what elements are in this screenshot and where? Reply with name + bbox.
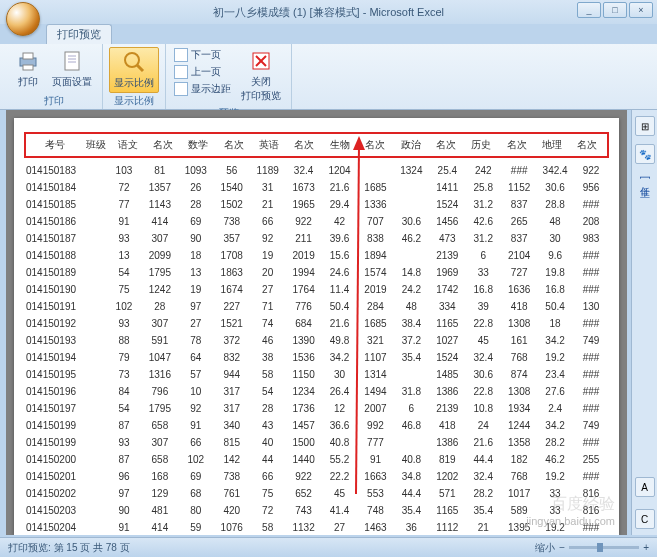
table-row: 01415018472135726154031167321.6168514112…	[24, 179, 609, 196]
table-row: 01415019075124219167427176411.4201924.21…	[24, 281, 609, 298]
zoom-in-button[interactable]: +	[643, 542, 649, 553]
margins-icon	[174, 82, 188, 96]
side-panel: ⊞ 🐾 [主任 A C	[631, 110, 657, 535]
table-row: 0141501947910476483238153634.2110735.415…	[24, 349, 609, 366]
show-margins-button[interactable]: 显示边距	[172, 81, 233, 97]
table-row: 01415018954179513186320199424.6157414.81…	[24, 264, 609, 281]
svg-rect-2	[23, 65, 33, 70]
svg-rect-3	[65, 52, 79, 70]
table-row: 014150196847961031754123426.4149431.8138…	[24, 383, 609, 400]
arrow-up-icon	[174, 65, 188, 79]
col-header: 名次	[428, 138, 463, 152]
zoom-out-button[interactable]: −	[559, 542, 565, 553]
restore-panel-button[interactable]: ⊞	[635, 116, 655, 136]
col-header: 名次	[499, 138, 534, 152]
statusbar: 打印预览: 第 15 页 共 78 页 缩小 − +	[0, 537, 657, 557]
col-header: 数学	[181, 138, 216, 152]
group-preview: 下一页 上一页 显示边距 关闭 打印预览 预览	[166, 44, 292, 109]
svg-rect-1	[23, 53, 33, 59]
col-header: 生物	[322, 138, 357, 152]
col-header: 名次	[287, 138, 322, 152]
watermark-text: jingyan.baidu.com	[526, 515, 615, 527]
maximize-button[interactable]: □	[603, 2, 627, 18]
table-row: 0141501869141469738669224270730.6145642.…	[24, 213, 609, 230]
zoom-button[interactable]: 显示比例	[109, 47, 159, 93]
office-button[interactable]	[6, 2, 40, 36]
col-header: 语文	[110, 138, 145, 152]
page-preview: 考号班级语文名次数学名次英语名次生物名次政治名次历史名次地理名次 0141501…	[14, 118, 619, 535]
ribbon: 打印 页面设置 打印 显示比例 显示比例 下一页 上一页 显示边距	[0, 44, 657, 110]
table-row: 014150199933076681540150040.8777138621.6…	[24, 434, 609, 451]
table-row: 014150199876589134043145736.699246.84182…	[24, 417, 609, 434]
zoom-slider[interactable]	[569, 546, 639, 549]
close-button[interactable]: ×	[629, 2, 653, 18]
status-page-info: 打印预览: 第 15 页 共 78 页	[8, 541, 130, 555]
arrow-down-icon	[174, 48, 188, 62]
table-row: 014150193885917837246139049.832137.21027…	[24, 332, 609, 349]
col-header: 班级	[82, 138, 110, 152]
preview-workspace[interactable]: 考号班级语文名次数学名次英语名次生物名次政治名次历史名次地理名次 0141501…	[6, 110, 627, 535]
table-row: 01415019573131657944581150301314148530.6…	[24, 366, 609, 383]
close-preview-button[interactable]: 关闭 打印预览	[237, 47, 285, 105]
titlebar: 初一八乡模成绩 (1) [兼容模式] - Microsoft Excel _ □…	[0, 0, 657, 24]
group-zoom: 显示比例 显示比例	[103, 44, 166, 109]
panel-icon-1[interactable]: 🐾	[635, 144, 655, 164]
table-row: 01415018793307903579221139.683846.247331…	[24, 230, 609, 247]
magnifier-icon	[122, 50, 146, 74]
table-row: 0141502008765810214244144055.29140.88194…	[24, 451, 609, 468]
ribbon-tabs: 打印预览	[0, 24, 657, 44]
table-row: 01415018813209918170819201915.6189421396…	[24, 247, 609, 264]
table-row: 0141502049141459107658113227146336111221…	[24, 519, 609, 535]
col-header: 考号	[28, 138, 82, 152]
col-header: 地理	[534, 138, 569, 152]
printer-icon	[16, 49, 40, 73]
table-row: 014150192933072715217468421.6168538.4116…	[24, 315, 609, 332]
table-row: 01415020390481804207274341.474835.411653…	[24, 502, 609, 519]
minimize-button[interactable]: _	[577, 2, 601, 18]
table-row: 01415018577114328150221196529.4133615243…	[24, 196, 609, 213]
table-row: 01415020196168697386692222.2166334.81202…	[24, 468, 609, 485]
page-setup-icon	[60, 49, 84, 73]
tab-print-preview[interactable]: 打印预览	[46, 24, 112, 44]
next-page-button[interactable]: 下一页	[172, 47, 233, 63]
table-row: 01415018310381109356118932.41204132425.4…	[24, 162, 609, 179]
panel-a-button[interactable]: A	[635, 477, 655, 497]
svg-point-7	[125, 53, 139, 67]
prev-page-button[interactable]: 上一页	[172, 64, 233, 80]
svg-line-8	[137, 65, 143, 71]
col-header: 英语	[251, 138, 286, 152]
group-print: 打印 页面设置 打印	[6, 44, 103, 109]
col-header: 名次	[145, 138, 180, 152]
status-mode: 缩小	[535, 541, 555, 555]
page-setup-button[interactable]: 页面设置	[48, 47, 96, 91]
col-header: 名次	[570, 138, 605, 152]
panel-c-button[interactable]: C	[635, 509, 655, 529]
sidebar-link[interactable]: [主任	[638, 176, 652, 179]
table-row: 01415019110228972277177650.4284483343941…	[24, 298, 609, 315]
print-button[interactable]: 打印	[12, 47, 44, 91]
watermark-logo: 百度经验	[551, 494, 615, 515]
table-row: 0141502029712968761756524555344.457128.2…	[24, 485, 609, 502]
annotation-header-box: 考号班级语文名次数学名次英语名次生物名次政治名次历史名次地理名次	[24, 132, 609, 158]
close-preview-icon	[249, 49, 273, 73]
col-header: 名次	[358, 138, 393, 152]
table-row: 014150197541795923172817361220076213910.…	[24, 400, 609, 417]
col-header: 名次	[216, 138, 251, 152]
col-header: 历史	[464, 138, 499, 152]
window-title: 初一八乡模成绩 (1) [兼容模式] - Microsoft Excel	[213, 5, 444, 20]
col-header: 政治	[393, 138, 428, 152]
